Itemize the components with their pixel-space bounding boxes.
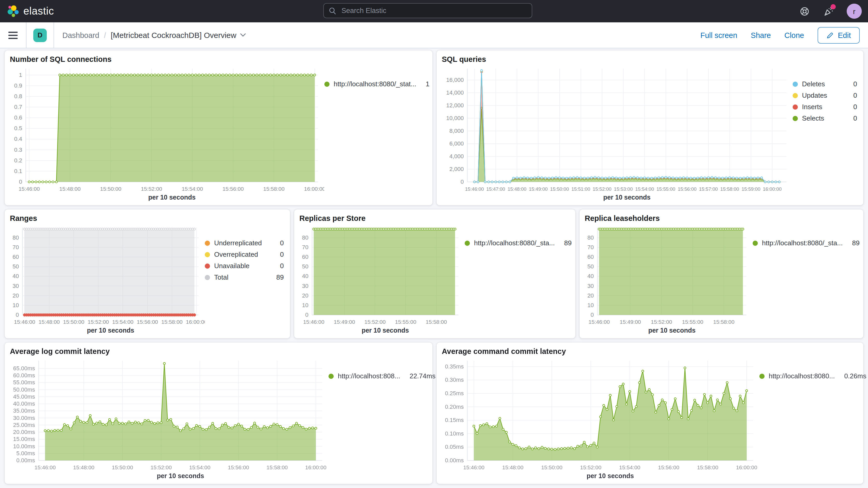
clone-button[interactable]: Clone bbox=[784, 31, 804, 39]
legend-label: Updates bbox=[802, 91, 827, 99]
panel-title[interactable]: Average log commit latency bbox=[9, 346, 428, 356]
chevron-down-icon bbox=[240, 33, 246, 37]
chart-legend: http://localhost:808...22.74ms bbox=[329, 356, 428, 482]
svg-text:16:00:00: 16:00:00 bbox=[763, 186, 781, 192]
svg-text:6,000: 6,000 bbox=[450, 140, 464, 147]
svg-text:15:54:00: 15:54:00 bbox=[182, 186, 203, 192]
legend-label: Unavailable bbox=[214, 262, 249, 270]
svg-text:80: 80 bbox=[12, 234, 19, 241]
svg-text:5.00ms: 5.00ms bbox=[17, 450, 35, 457]
svg-text:80: 80 bbox=[302, 234, 308, 241]
panel-replica-leaseholders: Replica leaseholders 0102030405060708015… bbox=[580, 209, 863, 338]
legend-item[interactable]: http://localhost:8080/_stat...1 bbox=[324, 80, 426, 88]
legend-swatch bbox=[324, 81, 330, 87]
full-screen-button[interactable]: Full screen bbox=[701, 31, 737, 39]
legend-label: Total bbox=[214, 273, 228, 281]
news-button[interactable] bbox=[823, 5, 834, 17]
panel-title[interactable]: Ranges bbox=[9, 213, 286, 222]
svg-text:10.00ms: 10.00ms bbox=[13, 443, 35, 450]
global-search[interactable] bbox=[323, 3, 532, 18]
chart-legend: Underreplicated0Overreplicated0Unavailab… bbox=[205, 222, 286, 337]
pencil-icon bbox=[827, 31, 834, 39]
legend-label: Underreplicated bbox=[214, 239, 262, 247]
svg-text:15:56:00: 15:56:00 bbox=[678, 186, 696, 192]
legend-item[interactable]: Updates0 bbox=[793, 91, 857, 99]
svg-text:15:48:00: 15:48:00 bbox=[38, 319, 60, 325]
area-chart-command-commit-latency[interactable]: 0.00ms0.05ms0.10ms0.15ms0.20ms0.25ms0.30… bbox=[441, 356, 760, 482]
svg-text:40: 40 bbox=[302, 273, 308, 279]
space-selector[interactable]: D bbox=[27, 22, 54, 48]
user-avatar[interactable]: r bbox=[847, 4, 862, 19]
svg-text:15:46:00: 15:46:00 bbox=[303, 319, 324, 325]
svg-text:55.00ms: 55.00ms bbox=[13, 379, 35, 386]
legend-item[interactable]: http://localhost:8080...0.26ms bbox=[760, 372, 857, 380]
svg-text:16:00:00: 16:00:00 bbox=[305, 464, 327, 470]
svg-text:20: 20 bbox=[302, 292, 308, 299]
legend-item[interactable]: Inserts0 bbox=[793, 103, 857, 111]
legend-item[interactable]: Overreplicated0 bbox=[205, 250, 284, 258]
page-title[interactable]: [Metricbeat CockroachDB] Overview bbox=[111, 31, 246, 39]
legend-item[interactable]: http://localhost:8080/_sta...89 bbox=[753, 239, 857, 247]
area-chart-replica-leaseholders[interactable]: 0102030405060708015:46:0015:49:0015:52:0… bbox=[584, 222, 753, 337]
svg-text:40.00ms: 40.00ms bbox=[13, 400, 35, 407]
area-chart-sql-queries[interactable]: 02,0004,0006,0008,00010,00012,00014,0001… bbox=[441, 63, 793, 204]
panel-title[interactable]: Average command commit latency bbox=[441, 346, 859, 356]
dashboard-grid: Number of SQL connections 00.10.20.30.40… bbox=[0, 48, 868, 488]
svg-text:0.1: 0.1 bbox=[14, 168, 22, 174]
legend-value: 0 bbox=[275, 262, 284, 270]
legend-swatch bbox=[793, 81, 798, 87]
svg-text:15:52:00: 15:52:00 bbox=[364, 319, 386, 325]
help-button[interactable] bbox=[799, 5, 810, 17]
svg-text:80: 80 bbox=[587, 234, 594, 241]
legend-value: 0 bbox=[848, 114, 857, 122]
panel-title[interactable]: Number of SQL connections bbox=[9, 54, 428, 63]
svg-text:40: 40 bbox=[587, 273, 594, 279]
area-chart-log-commit-latency[interactable]: 0.00ms5.00ms10.00ms15.00ms20.00ms25.00ms… bbox=[9, 356, 329, 482]
svg-text:15:55:00: 15:55:00 bbox=[395, 319, 416, 325]
panel-title[interactable]: SQL queries bbox=[441, 54, 859, 63]
svg-text:15:46:00: 15:46:00 bbox=[14, 319, 35, 325]
svg-text:15:56:00: 15:56:00 bbox=[137, 319, 158, 325]
panel-title[interactable]: Replicas per Store bbox=[298, 213, 571, 222]
notification-dot bbox=[831, 4, 836, 9]
edit-button[interactable]: Edit bbox=[817, 27, 860, 43]
legend-item[interactable]: Total89 bbox=[205, 273, 284, 281]
svg-text:15.00ms: 15.00ms bbox=[13, 436, 35, 442]
area-chart-sql-connections[interactable]: 00.10.20.30.40.50.60.70.80.9115:46:0015:… bbox=[9, 63, 324, 204]
legend-value: 22.74ms bbox=[404, 372, 436, 380]
breadcrumb: Dashboard / [Metricbeat CockroachDB] Ove… bbox=[62, 31, 246, 39]
svg-text:15:46:00: 15:46:00 bbox=[465, 186, 484, 192]
legend-item[interactable]: http://localhost:808...22.74ms bbox=[329, 372, 426, 380]
legend-swatch bbox=[329, 373, 334, 378]
share-button[interactable]: Share bbox=[751, 31, 771, 39]
breadcrumb-dashboard-link[interactable]: Dashboard bbox=[62, 31, 99, 39]
svg-text:0.20ms: 0.20ms bbox=[445, 403, 464, 410]
legend-label: Overreplicated bbox=[214, 250, 258, 258]
legend-item[interactable]: Unavailable0 bbox=[205, 262, 284, 270]
panel-title[interactable]: Replica leaseholders bbox=[584, 213, 859, 222]
legend-value: 89 bbox=[847, 239, 860, 247]
area-chart-replicas-per-store[interactable]: 0102030405060708015:46:0015:49:0015:52:0… bbox=[298, 222, 465, 337]
legend-swatch bbox=[205, 240, 210, 246]
legend-item[interactable]: Selects0 bbox=[793, 114, 857, 122]
legend-swatch bbox=[793, 93, 798, 98]
svg-text:0: 0 bbox=[19, 179, 22, 185]
legend-item[interactable]: Deletes0 bbox=[793, 80, 857, 88]
svg-text:0: 0 bbox=[461, 179, 464, 185]
svg-text:35.00ms: 35.00ms bbox=[13, 407, 35, 414]
svg-text:15:47:00: 15:47:00 bbox=[486, 186, 505, 192]
breadcrumb-separator: / bbox=[104, 31, 106, 39]
elastic-logo[interactable]: elastic bbox=[0, 5, 54, 18]
legend-swatch bbox=[205, 275, 210, 280]
legend-item[interactable]: http://localhost:8080/_sta...89 bbox=[465, 239, 569, 247]
menu-button[interactable] bbox=[0, 22, 26, 48]
svg-text:0.2: 0.2 bbox=[14, 157, 22, 164]
legend-swatch bbox=[465, 240, 470, 246]
svg-text:15:52:00: 15:52:00 bbox=[141, 186, 162, 192]
panel-average-log-commit-latency: Average log commit latency 0.00ms5.00ms1… bbox=[5, 342, 432, 484]
legend-item[interactable]: Underreplicated0 bbox=[205, 239, 284, 247]
elastic-wordmark: elastic bbox=[23, 5, 54, 17]
search-input[interactable] bbox=[340, 6, 527, 15]
svg-text:per 10 seconds: per 10 seconds bbox=[648, 327, 695, 334]
area-chart-ranges[interactable]: 0102030405060708015:46:0015:48:0015:50:0… bbox=[9, 222, 205, 337]
